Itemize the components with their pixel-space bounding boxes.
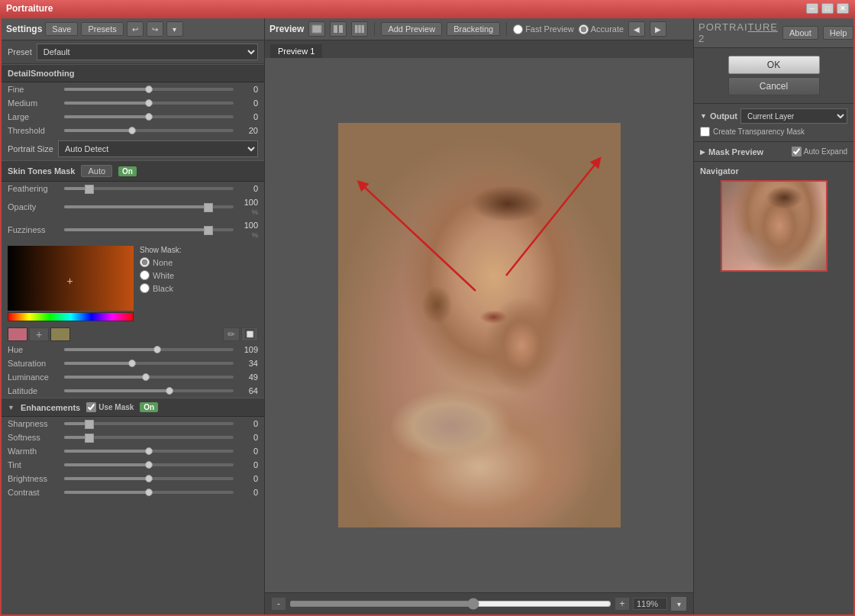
svg-rect-5: [362, 25, 364, 33]
fine-slider[interactable]: [64, 88, 234, 91]
transparency-label: Create Transparency Mask: [713, 127, 805, 136]
warmth-slider[interactable]: [64, 450, 234, 453]
tint-slider[interactable]: [64, 463, 234, 466]
preview-single-icon[interactable]: [308, 21, 325, 37]
output-collapse-icon[interactable]: ▼: [700, 112, 707, 120]
brightness-label: Brightness: [8, 474, 61, 483]
luminance-slider[interactable]: [64, 376, 234, 379]
settings-title: Settings: [6, 24, 42, 34]
contrast-label: Contrast: [8, 488, 61, 497]
save-button[interactable]: Save: [45, 22, 78, 36]
color-gradient[interactable]: [8, 246, 134, 311]
swatch-add-button[interactable]: +: [29, 327, 49, 341]
mask-white-radio[interactable]: White: [140, 270, 181, 280]
portrait-size-select[interactable]: Auto Detect: [58, 140, 258, 157]
show-mask-area: Show Mask: None White Black: [140, 246, 181, 293]
mask-black-radio[interactable]: Black: [140, 283, 181, 293]
zoom-minus-button[interactable]: -: [271, 597, 286, 611]
mask-preview-section: ▶ Mask Preview Auto Expand: [694, 141, 853, 161]
preset-select[interactable]: Default: [37, 44, 258, 60]
brightness-slider[interactable]: [64, 477, 234, 480]
preview-title: Preview: [269, 24, 304, 34]
threshold-slider[interactable]: [64, 129, 234, 132]
latitude-slider[interactable]: [64, 389, 234, 392]
sharpness-label: Sharpness: [8, 419, 61, 428]
large-label: Large: [8, 112, 61, 121]
zoom-slider[interactable]: [289, 598, 611, 610]
saturation-value: 34: [237, 359, 258, 368]
hue-slider[interactable]: [64, 348, 234, 351]
redo-button[interactable]: ↪: [147, 21, 163, 37]
brightness-value: 0: [237, 474, 258, 483]
eyedropper-button[interactable]: ✏: [223, 327, 240, 341]
enhancements-collapse-icon[interactable]: ▼: [8, 404, 15, 411]
large-slider[interactable]: [64, 115, 234, 118]
portraiture-title: PORTRAITURE 2: [699, 21, 778, 44]
feathering-label: Feathering: [8, 184, 61, 193]
threshold-label: Threshold: [8, 126, 61, 135]
feathering-slider[interactable]: [64, 187, 234, 190]
undo-button[interactable]: ↩: [127, 21, 144, 37]
cancel-button[interactable]: Cancel: [728, 77, 820, 95]
sharpness-slider[interactable]: [64, 422, 234, 425]
auto-expand-check[interactable]: Auto Expand: [792, 147, 847, 156]
accurate-radio[interactable]: Accurate: [579, 24, 624, 34]
about-button[interactable]: About: [782, 26, 818, 40]
feathering-value: 0: [237, 184, 258, 193]
zoom-plus-button[interactable]: +: [615, 597, 630, 611]
help-button[interactable]: Help: [823, 26, 853, 40]
softness-slider[interactable]: [64, 436, 234, 439]
preview-nav-prev[interactable]: ◀: [628, 21, 645, 37]
brightness-row: Brightness 0: [2, 472, 264, 485]
title-p1: PORTRAI: [699, 21, 748, 33]
preset-label: Preset: [8, 47, 32, 56]
mask-preview-row: ▶ Mask Preview Auto Expand: [700, 147, 847, 156]
nav-details: [722, 182, 826, 270]
minimize-button[interactable]: ─: [806, 3, 818, 14]
hue-bar[interactable]: [8, 312, 134, 321]
fast-preview-radio[interactable]: Fast Preview: [513, 24, 574, 34]
fine-value: 0: [237, 85, 258, 94]
svg-rect-2: [339, 25, 343, 33]
medium-row: Medium 0: [2, 96, 264, 110]
softness-label: Softness: [8, 433, 61, 442]
settings-dropdown-button[interactable]: ▾: [166, 21, 183, 37]
presets-button[interactable]: Presets: [81, 22, 123, 36]
preview-split-v-icon[interactable]: [330, 21, 347, 37]
skin-tones-auto-button[interactable]: Auto: [81, 165, 112, 177]
softness-value: 0: [237, 433, 258, 442]
preview-bottom-bar: - + 119% ▾: [265, 592, 693, 614]
contrast-slider[interactable]: [64, 491, 234, 494]
close-button[interactable]: ✕: [837, 3, 849, 14]
use-mask-check[interactable]: Use Mask: [86, 402, 134, 412]
zoom-dropdown-button[interactable]: ▾: [670, 596, 687, 611]
add-preview-button[interactable]: Add Preview: [381, 22, 442, 36]
preview-split-h-icon[interactable]: [351, 21, 368, 37]
preview-tab-1[interactable]: Preview 1: [269, 44, 323, 58]
navigator-thumbnail[interactable]: [721, 180, 828, 272]
app-title: Portraiture: [6, 3, 53, 14]
opacity-row: Opacity 100 %: [2, 195, 264, 218]
fine-row: Fine 0: [2, 82, 264, 96]
transparency-checkbox[interactable]: [700, 127, 710, 137]
output-label: Output: [710, 111, 737, 121]
fuzziness-row: Fuzziness 100 %: [2, 218, 264, 241]
swatch-pink[interactable]: [8, 327, 27, 341]
output-select[interactable]: Current Layer: [740, 108, 847, 124]
warmth-value: 0: [237, 447, 258, 456]
bracketing-button[interactable]: Bracketing: [447, 22, 500, 36]
medium-slider[interactable]: [64, 102, 234, 105]
fuzziness-slider[interactable]: [64, 228, 234, 231]
saturation-slider[interactable]: [64, 362, 234, 365]
eyedropper2-button[interactable]: 🔲: [241, 327, 258, 341]
maximize-button[interactable]: □: [821, 3, 834, 14]
preview-nav-next[interactable]: ▶: [650, 21, 666, 37]
threshold-value: 20: [237, 126, 258, 135]
mask-none-radio[interactable]: None: [140, 257, 181, 267]
svg-rect-4: [359, 25, 361, 33]
ok-button[interactable]: OK: [728, 56, 820, 74]
output-section: ▼ Output Current Layer Create Transparen…: [694, 103, 853, 141]
swatch-olive[interactable]: [50, 327, 70, 341]
opacity-slider[interactable]: [64, 205, 234, 208]
mask-preview-collapse-icon[interactable]: ▶: [700, 148, 705, 156]
